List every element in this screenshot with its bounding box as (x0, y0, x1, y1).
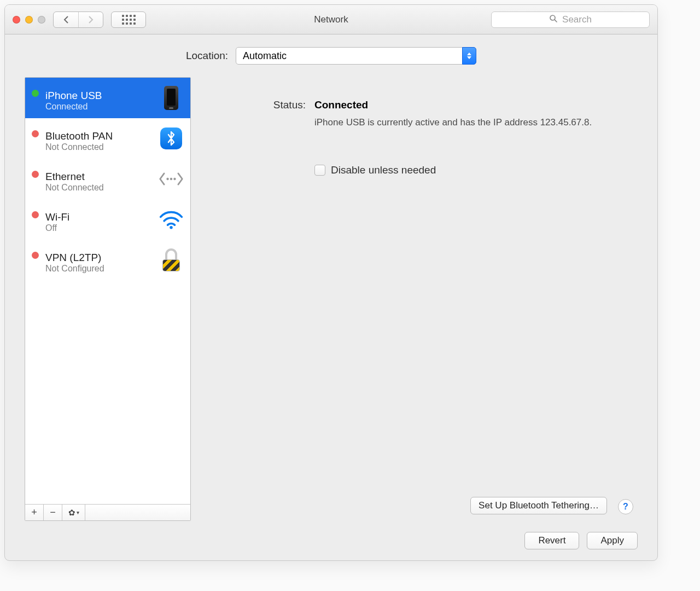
titlebar: Network Search (5, 5, 657, 34)
ethernet-icon (159, 166, 184, 192)
svg-point-2 (166, 177, 168, 179)
add-interface-button[interactable]: + (25, 505, 44, 520)
interface-status: Not Connected (45, 142, 152, 152)
svg-point-3 (170, 177, 172, 179)
grid-icon (122, 15, 136, 25)
status-description: iPhone USB is currently active and has t… (314, 115, 599, 129)
nav-back-forward (53, 11, 103, 28)
svg-point-4 (173, 177, 176, 179)
window-controls (13, 16, 45, 24)
setup-bluetooth-tethering-button[interactable]: Set Up Bluetooth Tethering… (470, 497, 607, 514)
vpn-lock-icon (159, 247, 184, 273)
interface-status: Not Connected (45, 183, 152, 193)
interfaces-list: iPhone USB Connected Bluetooth PAN Not C… (25, 78, 190, 504)
svg-line-1 (555, 20, 557, 22)
interface-status: Not Configured (45, 264, 152, 274)
remove-interface-button[interactable]: − (44, 505, 62, 520)
bottom-buttons: Revert Apply (5, 521, 657, 560)
wifi-icon (159, 207, 184, 232)
interface-actions-button[interactable]: ✿ ▾ (62, 505, 85, 520)
interface-name: Wi-Fi (45, 211, 152, 223)
search-placeholder: Search (562, 14, 592, 25)
interface-status: Connected (45, 102, 152, 112)
chevron-down-icon: ▾ (77, 509, 79, 515)
revert-button[interactable]: Revert (524, 532, 579, 549)
iphone-icon (159, 85, 184, 111)
back-button[interactable] (54, 12, 78, 27)
interface-row-bluetooth-pan[interactable]: Bluetooth PAN Not Connected (25, 118, 190, 159)
gear-icon: ✿ (68, 508, 75, 518)
interface-name: Ethernet (45, 171, 152, 183)
zoom-window-button[interactable] (38, 16, 45, 24)
apply-button[interactable]: Apply (587, 532, 638, 549)
location-label: Location: (186, 50, 228, 62)
interface-name: iPhone USB (45, 90, 152, 102)
select-stepper-icon (462, 47, 476, 65)
bluetooth-icon (159, 126, 184, 151)
main-area: iPhone USB Connected Bluetooth PAN Not C… (5, 77, 657, 521)
status-dot-connected-icon (32, 90, 39, 97)
minimize-window-button[interactable] (25, 16, 33, 24)
forward-button[interactable] (78, 12, 103, 27)
network-prefs-window: Network Search Location: Automatic iPhon… (4, 4, 658, 561)
location-value: Automatic (243, 50, 287, 62)
location-select[interactable]: Automatic (236, 47, 476, 65)
status-value: Connected (314, 99, 638, 111)
close-window-button[interactable] (13, 16, 20, 24)
interface-row-iphone-usb[interactable]: iPhone USB Connected (25, 78, 190, 118)
detail-panel: Status: Connected iPhone USB is currentl… (202, 77, 638, 521)
show-all-button[interactable] (111, 11, 146, 28)
interface-status: Off (45, 223, 152, 233)
search-icon (549, 14, 558, 25)
interface-row-ethernet[interactable]: Ethernet Not Connected (25, 159, 190, 199)
search-field[interactable]: Search (491, 11, 650, 28)
status-dot-disconnected-icon (32, 171, 39, 178)
status-dot-disconnected-icon (32, 130, 39, 137)
interface-name: VPN (L2TP) (45, 252, 152, 264)
sidebar-footer: + − ✿ ▾ (25, 504, 190, 520)
status-dot-disconnected-icon (32, 211, 39, 218)
interfaces-sidebar: iPhone USB Connected Bluetooth PAN Not C… (25, 77, 191, 521)
status-label: Status: (202, 99, 306, 111)
interface-name: Bluetooth PAN (45, 130, 152, 142)
disable-unless-needed-label: Disable unless needed (331, 164, 436, 176)
interface-row-wifi[interactable]: Wi-Fi Off (25, 199, 190, 240)
disable-unless-needed-checkbox[interactable] (314, 165, 325, 176)
help-button[interactable]: ? (618, 499, 633, 514)
interface-row-vpn[interactable]: VPN (L2TP) Not Configured (25, 240, 190, 280)
location-row: Location: Automatic (5, 34, 657, 77)
status-dot-disconnected-icon (32, 252, 39, 259)
svg-point-5 (170, 225, 173, 229)
